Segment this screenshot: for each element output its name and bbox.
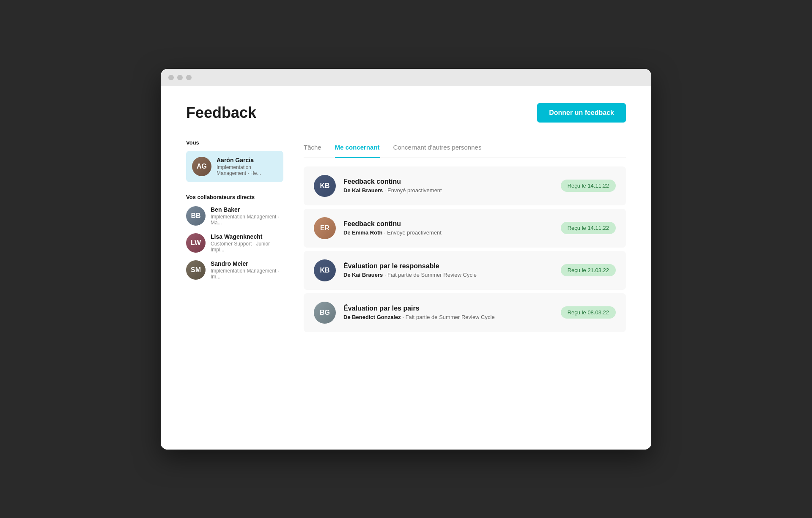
- avatar: AG: [192, 157, 211, 176]
- browser-window: Feedback Donner un feedback Vous AG Aaró…: [161, 69, 651, 450]
- collaborator-name: Sandro Meier: [211, 260, 283, 267]
- avatar-initials: AG: [192, 157, 211, 176]
- feedback-title: Feedback continu: [343, 178, 553, 185]
- collaborators-label: Vos collaborateurs directs: [186, 194, 283, 200]
- content-area: Tâche Me concernant Concernant d'autres …: [304, 139, 626, 332]
- feedback-title: Évaluation par le responsable: [343, 262, 553, 270]
- collaborator-info: Ben Baker Implementation Management · Ma…: [211, 206, 283, 226]
- feedback-info: Évaluation par les pairs De Benedict Gon…: [343, 305, 553, 320]
- tab-autres-personnes[interactable]: Concernant d'autres personnes: [393, 139, 482, 158]
- collaborator-name: Ben Baker: [211, 206, 283, 213]
- feedback-list: KB Feedback continu De Kai Brauers · Env…: [304, 166, 626, 332]
- avatar-initials: BG: [314, 302, 336, 324]
- feedback-item[interactable]: ER Feedback continu De Emma Roth · Envoy…: [304, 209, 626, 248]
- avatar: BG: [314, 302, 336, 324]
- avatar-initials: LW: [186, 233, 206, 253]
- collaborator-info: Lisa Wagenknecht Customer Support · Juni…: [211, 233, 283, 253]
- feedback-badge: Reçu le 14.11.22: [561, 222, 616, 234]
- feedback-sub: Envoyé proactivement: [387, 187, 442, 194]
- tab-tache[interactable]: Tâche: [304, 139, 321, 158]
- give-feedback-button[interactable]: Donner un feedback: [537, 103, 626, 123]
- feedback-meta: De Benedict Gonzalez · Fait partie de Su…: [343, 314, 553, 320]
- browser-dot-red: [168, 75, 174, 80]
- feedback-info: Feedback continu De Emma Roth · Envoyé p…: [343, 220, 553, 236]
- collaborator-info: Sandro Meier Implementation Management ·…: [211, 260, 283, 280]
- feedback-title: Feedback continu: [343, 220, 553, 228]
- main-user-card[interactable]: AG Aarón Garcia Implementation Managemen…: [186, 151, 283, 182]
- tabs: Tâche Me concernant Concernant d'autres …: [304, 139, 626, 158]
- avatar-initials: ER: [314, 217, 336, 239]
- feedback-meta: De Emma Roth · Envoyé proactivement: [343, 229, 553, 236]
- feedback-separator: ·: [402, 314, 405, 320]
- avatar-initials: KB: [314, 175, 336, 197]
- feedback-sender: De Benedict Gonzalez: [343, 314, 401, 320]
- avatar: KB: [314, 175, 336, 197]
- avatar: BB: [186, 206, 206, 226]
- feedback-badge: Reçu le 14.11.22: [561, 180, 616, 192]
- browser-content: Feedback Donner un feedback Vous AG Aaró…: [161, 86, 651, 450]
- collaborator-sub: Implementation Management · Im...: [211, 268, 283, 280]
- feedback-badge: Reçu le 08.03.22: [561, 306, 616, 319]
- feedback-sender: De Kai Brauers: [343, 187, 383, 194]
- avatar: SM: [186, 260, 206, 280]
- feedback-sender: De Kai Brauers: [343, 272, 383, 278]
- feedback-sub: Fait partie de Summer Review Cycle: [406, 314, 495, 320]
- collaborator-item[interactable]: LW Lisa Wagenknecht Customer Support · J…: [186, 233, 283, 253]
- collaborator-sub: Customer Support · Junior Impl...: [211, 241, 283, 253]
- avatar-initials: KB: [314, 259, 336, 281]
- sidebar: Vous AG Aarón Garcia Implementation Mana…: [186, 139, 283, 332]
- main-user-sub: Implementation Management · He...: [217, 164, 277, 176]
- main-user-info: Aarón Garcia Implementation Management ·…: [217, 157, 277, 176]
- feedback-title: Évaluation par les pairs: [343, 305, 553, 312]
- feedback-item[interactable]: KB Feedback continu De Kai Brauers · Env…: [304, 166, 626, 205]
- browser-dot-green: [186, 75, 192, 80]
- collaborator-name: Lisa Wagenknecht: [211, 233, 283, 240]
- collaborator-item[interactable]: BB Ben Baker Implementation Management ·…: [186, 206, 283, 226]
- browser-titlebar: [161, 69, 651, 86]
- feedback-sub: Envoyé proactivement: [387, 229, 442, 236]
- feedback-info: Évaluation par le responsable De Kai Bra…: [343, 262, 553, 278]
- avatar-initials: BB: [186, 206, 206, 226]
- avatar: ER: [314, 217, 336, 239]
- page-title: Feedback: [186, 104, 256, 122]
- feedback-badge: Reçu le 21.03.22: [561, 264, 616, 276]
- avatar: LW: [186, 233, 206, 253]
- feedback-sub: Fait partie de Summer Review Cycle: [387, 272, 477, 278]
- feedback-item[interactable]: BG Évaluation par les pairs De Benedict …: [304, 293, 626, 332]
- avatar: KB: [314, 259, 336, 281]
- browser-dot-yellow: [177, 75, 183, 80]
- feedback-separator: ·: [384, 272, 387, 278]
- collaborator-item[interactable]: SM Sandro Meier Implementation Managemen…: [186, 260, 283, 280]
- page-header: Feedback Donner un feedback: [186, 103, 626, 123]
- tab-me-concernant[interactable]: Me concernant: [335, 139, 380, 158]
- you-label: Vous: [186, 139, 283, 146]
- main-user-name: Aarón Garcia: [217, 157, 277, 164]
- feedback-item[interactable]: KB Évaluation par le responsable De Kai …: [304, 251, 626, 290]
- avatar-initials: SM: [186, 260, 206, 280]
- feedback-meta: De Kai Brauers · Fait partie de Summer R…: [343, 272, 553, 278]
- feedback-info: Feedback continu De Kai Brauers · Envoyé…: [343, 178, 553, 194]
- feedback-sender: De Emma Roth: [343, 229, 382, 236]
- collaborator-sub: Implementation Management · Ma...: [211, 214, 283, 226]
- feedback-separator: ·: [384, 187, 387, 194]
- main-layout: Vous AG Aarón Garcia Implementation Mana…: [186, 139, 626, 332]
- feedback-meta: De Kai Brauers · Envoyé proactivement: [343, 187, 553, 194]
